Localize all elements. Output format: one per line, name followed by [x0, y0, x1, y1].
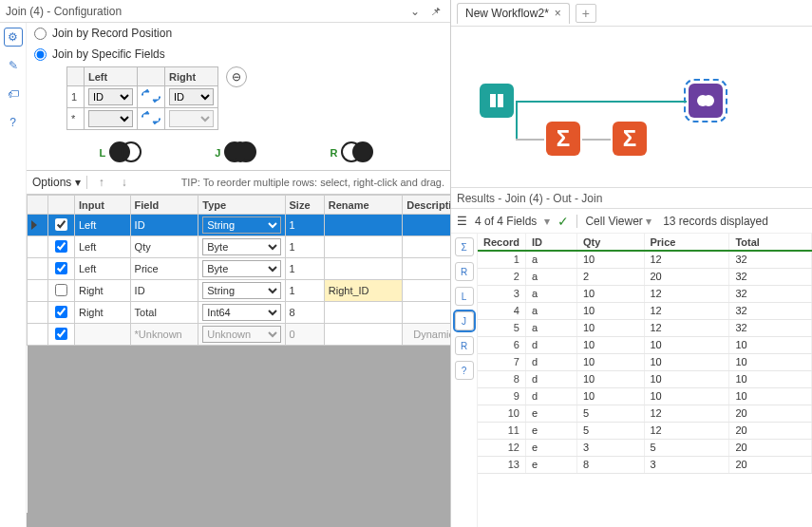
- cell-description[interactable]: [403, 236, 450, 258]
- cell-description[interactable]: [403, 258, 450, 280]
- results-row[interactable]: 13e8320: [478, 456, 812, 473]
- results-row[interactable]: 12e3520: [478, 439, 812, 456]
- results-anchor-l[interactable]: L: [455, 287, 474, 306]
- cell-rename[interactable]: [324, 324, 403, 346]
- results-row[interactable]: 2a22032: [478, 268, 812, 285]
- field-grid[interactable]: InputFieldTypeSizeRenameDescription Left…: [27, 195, 450, 527]
- field-grid-row[interactable]: LeftPriceByte1: [28, 258, 451, 280]
- cell-type[interactable]: Byte: [198, 236, 285, 258]
- field-grid-row[interactable]: LeftIDString1: [28, 215, 451, 236]
- jf-left-select[interactable]: ID: [88, 88, 133, 105]
- cell-size[interactable]: 0: [285, 324, 324, 346]
- row-indicator[interactable]: [28, 236, 48, 258]
- results-col-header[interactable]: ID: [525, 234, 576, 251]
- cell-viewer-menu[interactable]: Cell Viewer ▾: [585, 215, 651, 228]
- row-indicator[interactable]: [28, 258, 48, 280]
- annotate-icon[interactable]: ✎: [5, 57, 22, 74]
- jf-right-select[interactable]: [169, 110, 214, 127]
- results-anchor-?[interactable]: ?: [455, 361, 474, 380]
- cell-description[interactable]: [403, 302, 450, 324]
- row-indicator[interactable]: [28, 302, 48, 324]
- results-row[interactable]: 3a101232: [478, 285, 812, 302]
- field-grid-header[interactable]: Field: [130, 196, 198, 215]
- tool-join-selected[interactable]: [689, 84, 723, 118]
- workflow-canvas[interactable]: Σ Σ: [451, 27, 812, 188]
- include-checkbox[interactable]: [55, 262, 67, 274]
- results-row[interactable]: 6d101010: [478, 336, 812, 353]
- fields-summary[interactable]: 4 of 4 Fields: [475, 215, 537, 228]
- add-tab-button[interactable]: +: [576, 4, 596, 23]
- results-col-header[interactable]: Total: [729, 234, 812, 251]
- results-grid[interactable]: RecordIDQtyPriceTotal 1a1012322a220323a1…: [478, 234, 812, 527]
- field-grid-header[interactable]: Type: [198, 196, 285, 215]
- field-grid-row[interactable]: RightTotalInt648: [28, 302, 451, 324]
- row-indicator[interactable]: [28, 324, 48, 346]
- cell-type[interactable]: String: [198, 280, 285, 302]
- results-row[interactable]: 8d101010: [478, 370, 812, 387]
- help-icon[interactable]: ?: [5, 114, 22, 131]
- field-grid-header[interactable]: [28, 196, 48, 215]
- cell-type[interactable]: Byte: [198, 258, 285, 280]
- tag-icon[interactable]: 🏷︎: [5, 85, 22, 103]
- cell-size[interactable]: 1: [285, 236, 324, 258]
- field-grid-row[interactable]: RightIDString1Right_ID: [28, 280, 451, 302]
- close-tab-icon[interactable]: ×: [555, 7, 561, 20]
- cell-size[interactable]: 8: [285, 302, 324, 324]
- remove-join-pair-button[interactable]: ⊖: [226, 66, 247, 87]
- field-grid-row[interactable]: *UnknownUnknown0Dynamic: [28, 324, 451, 346]
- field-grid-header[interactable]: Input: [74, 196, 130, 215]
- include-checkbox[interactable]: [55, 218, 67, 231]
- field-grid-header[interactable]: Rename: [324, 196, 403, 215]
- tab-workflow[interactable]: New Workflow2* ×: [457, 3, 570, 24]
- field-grid-header[interactable]: Description: [403, 196, 450, 215]
- cell-rename[interactable]: [324, 258, 403, 280]
- venn-left[interactable]: L: [100, 141, 146, 164]
- results-row[interactable]: 11e51220: [478, 422, 812, 439]
- results-anchor-r[interactable]: R: [455, 262, 474, 281]
- cell-rename[interactable]: [324, 302, 403, 324]
- tool-input[interactable]: [480, 84, 514, 118]
- move-up-button[interactable]: ↑: [93, 174, 110, 191]
- results-col-header[interactable]: Price: [644, 234, 729, 251]
- cell-rename[interactable]: Right_ID: [324, 280, 403, 302]
- results-anchor-σ[interactable]: Σ: [455, 237, 474, 256]
- include-checkbox[interactable]: [55, 284, 67, 296]
- rows-icon[interactable]: ☰: [457, 215, 467, 228]
- field-grid-header[interactable]: [47, 196, 74, 215]
- cell-size[interactable]: 1: [285, 215, 324, 236]
- cell-type[interactable]: String: [198, 215, 285, 236]
- options-menu[interactable]: Options ▾: [32, 176, 81, 189]
- move-down-button[interactable]: ↓: [116, 174, 133, 191]
- jf-right-select[interactable]: ID: [169, 88, 214, 105]
- results-row[interactable]: 5a101232: [478, 319, 812, 336]
- header-chevron-down-icon[interactable]: ⌄: [406, 3, 424, 20]
- venn-join[interactable]: J: [215, 141, 260, 164]
- results-col-header[interactable]: Record: [478, 234, 525, 251]
- results-row[interactable]: 1a101232: [478, 251, 812, 268]
- cell-description[interactable]: Dynamic: [403, 324, 450, 346]
- cell-description[interactable]: [403, 215, 450, 236]
- venn-right[interactable]: R: [330, 141, 378, 164]
- pin-icon[interactable]: 📌︎: [427, 3, 444, 20]
- cell-description[interactable]: [403, 280, 450, 302]
- tool-summarize-2[interactable]: Σ: [613, 122, 647, 156]
- results-col-header[interactable]: Qty: [576, 234, 644, 251]
- row-indicator[interactable]: [28, 280, 48, 302]
- results-row[interactable]: 4a101232: [478, 302, 812, 319]
- results-row[interactable]: 9d101010: [478, 387, 812, 405]
- radio-specific-fields[interactable]: Join by Specific Fields: [27, 44, 450, 65]
- field-grid-header[interactable]: Size: [285, 196, 324, 215]
- fields-chevron-down-icon[interactable]: ▾: [544, 215, 550, 228]
- results-anchor-r[interactable]: R: [455, 336, 474, 355]
- field-grid-row[interactable]: LeftQtyByte1: [28, 236, 451, 258]
- include-checkbox[interactable]: [55, 240, 67, 253]
- cell-size[interactable]: 1: [285, 280, 324, 302]
- tool-summarize-1[interactable]: Σ: [546, 122, 580, 156]
- results-anchor-j[interactable]: J: [455, 311, 474, 330]
- cell-type[interactable]: Unknown: [198, 324, 285, 346]
- gear-icon[interactable]: ⚙: [5, 28, 22, 46]
- radio-record-position-input[interactable]: [34, 28, 47, 40]
- jf-left-select[interactable]: [88, 110, 133, 127]
- cell-rename[interactable]: [324, 236, 403, 258]
- results-row[interactable]: 7d101010: [478, 353, 812, 370]
